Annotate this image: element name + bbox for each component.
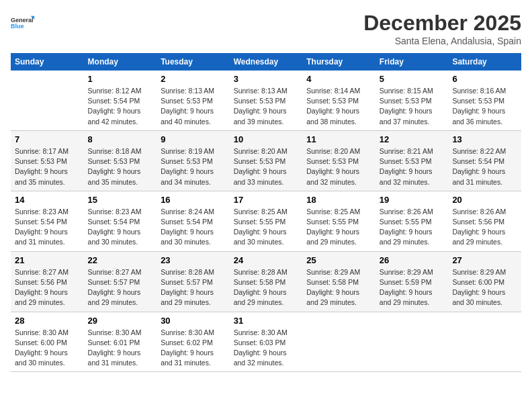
day-number: 27 xyxy=(452,255,517,265)
calendar-cell: 10Sunrise: 8:20 AM Sunset: 5:53 PM Dayli… xyxy=(230,130,303,191)
day-number: 18 xyxy=(306,195,371,205)
day-info: Sunrise: 8:23 AM Sunset: 5:54 PM Dayligh… xyxy=(15,207,80,248)
day-info: Sunrise: 8:13 AM Sunset: 5:53 PM Dayligh… xyxy=(234,86,299,127)
day-number: 9 xyxy=(161,134,226,144)
day-number: 31 xyxy=(234,316,299,326)
day-number: 7 xyxy=(15,134,80,144)
logo: General Blue xyxy=(11,11,35,35)
calendar-cell: 21Sunrise: 8:27 AM Sunset: 5:56 PM Dayli… xyxy=(11,251,84,312)
calendar-cell: 31Sunrise: 8:30 AM Sunset: 6:03 PM Dayli… xyxy=(230,312,303,372)
day-info: Sunrise: 8:23 AM Sunset: 5:54 PM Dayligh… xyxy=(88,207,153,248)
svg-text:Blue: Blue xyxy=(11,23,24,30)
day-info: Sunrise: 8:25 AM Sunset: 5:55 PM Dayligh… xyxy=(306,207,371,248)
calendar-cell xyxy=(375,312,449,372)
day-info: Sunrise: 8:29 AM Sunset: 6:00 PM Dayligh… xyxy=(452,267,517,308)
day-number: 17 xyxy=(234,195,299,205)
col-header-monday: Monday xyxy=(84,53,157,71)
calendar-cell: 11Sunrise: 8:20 AM Sunset: 5:53 PM Dayli… xyxy=(302,130,375,191)
calendar-cell: 29Sunrise: 8:30 AM Sunset: 6:01 PM Dayli… xyxy=(84,312,157,372)
day-info: Sunrise: 8:29 AM Sunset: 5:58 PM Dayligh… xyxy=(306,267,371,308)
calendar-cell: 4Sunrise: 8:14 AM Sunset: 5:53 PM Daylig… xyxy=(302,71,375,130)
day-number: 6 xyxy=(452,74,517,84)
col-header-thursday: Thursday xyxy=(302,53,375,71)
calendar-cell: 3Sunrise: 8:13 AM Sunset: 5:53 PM Daylig… xyxy=(230,71,303,130)
day-info: Sunrise: 8:30 AM Sunset: 6:03 PM Dayligh… xyxy=(234,328,299,369)
calendar-cell: 23Sunrise: 8:28 AM Sunset: 5:57 PM Dayli… xyxy=(157,251,230,312)
day-number: 14 xyxy=(15,195,80,205)
calendar-cell: 30Sunrise: 8:30 AM Sunset: 6:02 PM Dayli… xyxy=(157,312,230,372)
col-header-saturday: Saturday xyxy=(448,53,521,71)
day-info: Sunrise: 8:28 AM Sunset: 5:57 PM Dayligh… xyxy=(161,267,226,308)
day-info: Sunrise: 8:28 AM Sunset: 5:58 PM Dayligh… xyxy=(234,267,299,308)
day-number: 16 xyxy=(161,195,226,205)
calendar-cell: 9Sunrise: 8:19 AM Sunset: 5:53 PM Daylig… xyxy=(157,130,230,191)
calendar-cell: 14Sunrise: 8:23 AM Sunset: 5:54 PM Dayli… xyxy=(11,191,84,251)
day-number: 23 xyxy=(161,255,226,265)
title-area: December 2025 Santa Elena, Andalusia, Sp… xyxy=(363,11,521,46)
calendar-cell: 26Sunrise: 8:29 AM Sunset: 5:59 PM Dayli… xyxy=(375,251,449,312)
day-info: Sunrise: 8:30 AM Sunset: 6:02 PM Dayligh… xyxy=(161,328,226,369)
day-number: 24 xyxy=(234,255,299,265)
day-number: 15 xyxy=(88,195,153,205)
day-info: Sunrise: 8:17 AM Sunset: 5:53 PM Dayligh… xyxy=(15,146,80,187)
calendar-cell: 12Sunrise: 8:21 AM Sunset: 5:53 PM Dayli… xyxy=(375,130,449,191)
day-number: 29 xyxy=(88,316,153,326)
day-info: Sunrise: 8:22 AM Sunset: 5:54 PM Dayligh… xyxy=(452,146,517,187)
day-number: 25 xyxy=(306,255,371,265)
calendar-cell: 13Sunrise: 8:22 AM Sunset: 5:54 PM Dayli… xyxy=(448,130,521,191)
day-info: Sunrise: 8:20 AM Sunset: 5:53 PM Dayligh… xyxy=(306,146,371,187)
day-info: Sunrise: 8:27 AM Sunset: 5:56 PM Dayligh… xyxy=(15,267,80,308)
day-info: Sunrise: 8:14 AM Sunset: 5:53 PM Dayligh… xyxy=(306,86,371,127)
calendar-cell: 5Sunrise: 8:15 AM Sunset: 5:53 PM Daylig… xyxy=(375,71,449,130)
day-number: 20 xyxy=(452,195,517,205)
calendar-cell: 16Sunrise: 8:24 AM Sunset: 5:54 PM Dayli… xyxy=(157,191,230,251)
day-number: 12 xyxy=(380,134,445,144)
calendar-cell: 28Sunrise: 8:30 AM Sunset: 6:00 PM Dayli… xyxy=(11,312,84,372)
day-info: Sunrise: 8:21 AM Sunset: 5:53 PM Dayligh… xyxy=(380,146,445,187)
day-number: 19 xyxy=(380,195,445,205)
day-info: Sunrise: 8:30 AM Sunset: 6:00 PM Dayligh… xyxy=(15,328,80,369)
day-number: 22 xyxy=(88,255,153,265)
location-subtitle: Santa Elena, Andalusia, Spain xyxy=(363,36,521,46)
calendar-table: SundayMondayTuesdayWednesdayThursdayFrid… xyxy=(11,53,521,372)
header: General Blue December 2025 Santa Elena, … xyxy=(11,11,521,46)
day-info: Sunrise: 8:15 AM Sunset: 5:53 PM Dayligh… xyxy=(380,86,445,127)
day-number: 21 xyxy=(15,255,80,265)
calendar-cell: 6Sunrise: 8:16 AM Sunset: 5:53 PM Daylig… xyxy=(448,71,521,130)
calendar-cell: 25Sunrise: 8:29 AM Sunset: 5:58 PM Dayli… xyxy=(302,251,375,312)
day-info: Sunrise: 8:13 AM Sunset: 5:53 PM Dayligh… xyxy=(161,86,226,127)
day-info: Sunrise: 8:27 AM Sunset: 5:57 PM Dayligh… xyxy=(88,267,153,308)
day-number: 13 xyxy=(452,134,517,144)
day-number: 4 xyxy=(306,74,371,84)
day-info: Sunrise: 8:18 AM Sunset: 5:53 PM Dayligh… xyxy=(88,146,153,187)
calendar-cell: 27Sunrise: 8:29 AM Sunset: 6:00 PM Dayli… xyxy=(448,251,521,312)
day-info: Sunrise: 8:26 AM Sunset: 5:55 PM Dayligh… xyxy=(380,207,445,248)
day-info: Sunrise: 8:12 AM Sunset: 5:54 PM Dayligh… xyxy=(88,86,153,127)
day-number: 1 xyxy=(88,74,153,84)
day-info: Sunrise: 8:16 AM Sunset: 5:53 PM Dayligh… xyxy=(452,86,517,127)
month-title: December 2025 xyxy=(363,11,521,36)
calendar-cell: 2Sunrise: 8:13 AM Sunset: 5:53 PM Daylig… xyxy=(157,71,230,130)
day-info: Sunrise: 8:30 AM Sunset: 6:01 PM Dayligh… xyxy=(88,328,153,369)
day-info: Sunrise: 8:19 AM Sunset: 5:53 PM Dayligh… xyxy=(161,146,226,187)
calendar-cell: 19Sunrise: 8:26 AM Sunset: 5:55 PM Dayli… xyxy=(375,191,449,251)
day-number: 3 xyxy=(234,74,299,84)
day-number: 26 xyxy=(380,255,445,265)
col-header-wednesday: Wednesday xyxy=(230,53,303,71)
calendar-cell: 22Sunrise: 8:27 AM Sunset: 5:57 PM Dayli… xyxy=(84,251,157,312)
calendar-cell: 18Sunrise: 8:25 AM Sunset: 5:55 PM Dayli… xyxy=(302,191,375,251)
day-info: Sunrise: 8:24 AM Sunset: 5:54 PM Dayligh… xyxy=(161,207,226,248)
calendar-cell: 7Sunrise: 8:17 AM Sunset: 5:53 PM Daylig… xyxy=(11,130,84,191)
col-header-sunday: Sunday xyxy=(11,53,84,71)
calendar-cell xyxy=(302,312,375,372)
day-info: Sunrise: 8:29 AM Sunset: 5:59 PM Dayligh… xyxy=(380,267,445,308)
calendar-cell: 8Sunrise: 8:18 AM Sunset: 5:53 PM Daylig… xyxy=(84,130,157,191)
calendar-cell: 17Sunrise: 8:25 AM Sunset: 5:55 PM Dayli… xyxy=(230,191,303,251)
calendar-cell: 15Sunrise: 8:23 AM Sunset: 5:54 PM Dayli… xyxy=(84,191,157,251)
day-number: 11 xyxy=(306,134,371,144)
logo-svg: General Blue xyxy=(11,11,35,35)
calendar-cell xyxy=(448,312,521,372)
day-number: 8 xyxy=(88,134,153,144)
day-number: 2 xyxy=(161,74,226,84)
calendar-cell: 20Sunrise: 8:26 AM Sunset: 5:56 PM Dayli… xyxy=(448,191,521,251)
